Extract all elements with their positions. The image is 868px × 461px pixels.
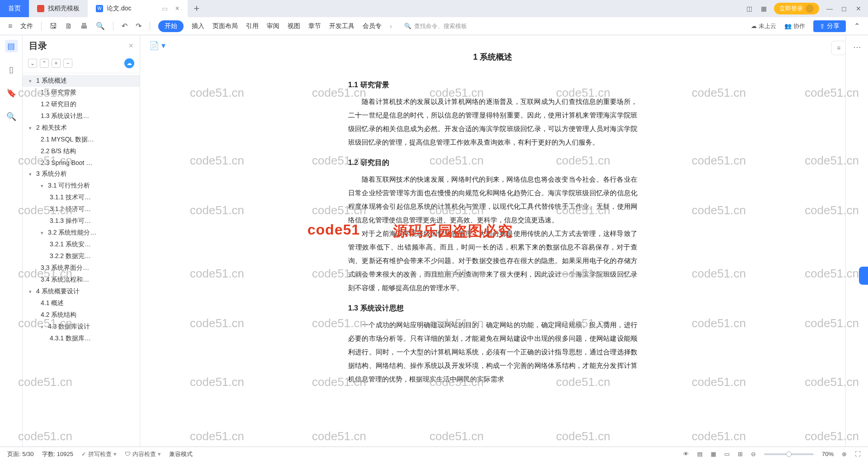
toc-item[interactable]: 3.4 系统流程和… xyxy=(23,274,140,286)
toc-item[interactable]: 3.1.1 技术可… xyxy=(23,192,140,203)
undo-icon[interactable]: ↶ xyxy=(122,22,127,30)
view-mode-5-icon[interactable]: ⊞ xyxy=(738,451,743,457)
doc-p13: 一个成功的网站应明确建设网站的目的，确定网站的功能，确定网站规模、投入费用，进行… xyxy=(348,318,637,386)
ribbon-tab-chapter[interactable]: 章节 xyxy=(308,22,321,30)
view-mode-3-icon[interactable]: ▦ xyxy=(711,451,716,457)
collapse-all-icon[interactable]: ⌄ xyxy=(28,59,37,68)
bookmark-rail-icon[interactable]: ▯ xyxy=(5,63,18,76)
ribbon-tab-view[interactable]: 视图 xyxy=(288,22,300,30)
toc-item[interactable]: ▾4 系统概要设计 xyxy=(23,286,140,297)
ribbon-tab-layout[interactable]: 页面布局 xyxy=(212,22,238,30)
close-icon[interactable]: × xyxy=(175,5,179,13)
ribbon-tab-start[interactable]: 开始 xyxy=(158,20,184,32)
side-pull-tab[interactable] xyxy=(859,267,868,285)
toc-item[interactable]: 1.2 研究目的 xyxy=(23,99,140,110)
toc-item[interactable]: 1.1 研究背景 xyxy=(23,87,140,99)
people-icon: 👥 xyxy=(784,23,792,29)
toc-item[interactable]: 4.2 系统结构 xyxy=(23,309,140,321)
save-icon[interactable]: 🖫 xyxy=(50,22,57,30)
toc-item[interactable]: ▾3.2 系统性能分… xyxy=(23,227,140,239)
zoom-thumb[interactable] xyxy=(786,452,792,457)
tab-home[interactable]: 首页 xyxy=(0,0,29,17)
toc-item[interactable]: ▾4.3 数据库设计 xyxy=(23,321,140,333)
toc-item[interactable]: 4.3.1 数据库… xyxy=(23,333,140,344)
doc-s11: 1.1 研究背景 xyxy=(348,78,637,92)
login-button[interactable]: 立即登录 xyxy=(774,3,819,14)
window-close-icon[interactable]: ✕ xyxy=(854,5,863,13)
toc-item[interactable]: 3.1.3 操作可… xyxy=(23,215,140,227)
apps-icon[interactable]: ▦ xyxy=(760,5,768,13)
view-mode-1-icon[interactable]: 👁 xyxy=(683,451,689,457)
toc-item[interactable]: 2.2 B/S 结构 xyxy=(23,146,140,157)
menu-icon[interactable]: ≡ xyxy=(8,22,12,30)
toc-item[interactable]: ▾3 系统分析 xyxy=(23,168,140,180)
chevron-down-icon: ▾ xyxy=(41,324,45,330)
tab-document[interactable]: W 论文.doc ▭ × xyxy=(88,0,188,17)
document-canvas[interactable]: 📄 ▾ ≡ 1 系统概述 1.1 研究背景 随着计算机技术的发展以及计算机网络的… xyxy=(140,35,845,447)
ribbon-more-icon[interactable]: › xyxy=(390,23,392,30)
search-rail-icon[interactable]: 🔍 xyxy=(5,110,18,123)
toc-item[interactable]: 1.3 系统设计思… xyxy=(23,110,140,122)
zoom-out-icon[interactable]: ⊖ xyxy=(751,451,756,457)
toc-item[interactable]: ▾2 相关技术 xyxy=(23,122,140,134)
coop-button[interactable]: 👥协作 xyxy=(784,22,805,30)
toc-item[interactable]: ▾1 系统概述 xyxy=(23,75,140,87)
toc-label: 4.3 数据库设计 xyxy=(48,323,90,331)
right-rail-icon-1[interactable]: ⋯ xyxy=(851,41,863,53)
maximize-icon[interactable]: ◻ xyxy=(840,5,848,13)
toc-item[interactable]: 4.1 概述 xyxy=(23,297,140,309)
zoom-slider[interactable] xyxy=(764,453,814,455)
status-bar: 页面: 5/30 字数: 10925 ✓拼写检查 ▾ 🛡内容检查 ▾ 兼容模式 … xyxy=(0,447,868,461)
cloud-status[interactable]: ☁未上云 xyxy=(751,22,776,30)
preview-icon[interactable]: 🔍 xyxy=(96,22,105,30)
ribbon-collapse-icon[interactable]: ⌃ xyxy=(854,22,860,30)
outline-badge-icon[interactable]: ☁ xyxy=(124,58,134,68)
zoom-in-icon[interactable]: ⊕ xyxy=(842,451,847,457)
file-menu[interactable]: 文件 xyxy=(20,22,33,30)
toc-item[interactable]: 3.2.1 系统安… xyxy=(23,239,140,250)
toc-item[interactable]: 3.3 系统界面分… xyxy=(23,262,140,274)
doc-s12: 1.2 研究目的 xyxy=(348,155,637,170)
add-level-icon[interactable]: + xyxy=(52,59,61,68)
page-content: 1 系统概述 1.1 研究背景 随着计算机技术的发展以及计算机网络的逐渐普及，互… xyxy=(330,35,656,400)
toc-item[interactable]: 2.3 Spring Boot … xyxy=(23,157,140,168)
word-count[interactable]: 字数: 10925 xyxy=(42,450,73,458)
remove-level-icon[interactable]: − xyxy=(63,59,72,68)
ribbon-rail-icon[interactable]: 🔖 xyxy=(5,87,18,99)
toc-label: 1.2 研究目的 xyxy=(41,100,76,108)
expand-all-icon[interactable]: ⌃ xyxy=(40,59,49,68)
toc-item[interactable]: 2.1 MYSQL 数据… xyxy=(23,134,140,146)
fullscreen-icon[interactable]: ⛶ xyxy=(855,451,861,457)
outline-rail-icon[interactable]: ▤ xyxy=(5,40,18,52)
minimize-icon[interactable]: — xyxy=(826,5,834,13)
ribbon-tab-member[interactable]: 会员专 xyxy=(363,22,382,30)
toc-item[interactable]: ▾3.1 可行性分析 xyxy=(23,180,140,192)
ribbon-tab-insert[interactable]: 插入 xyxy=(192,22,204,30)
toc-label: 2.2 B/S 结构 xyxy=(41,147,76,155)
zoom-value[interactable]: 70% xyxy=(822,451,834,457)
side-panel-toggle[interactable]: ≡ xyxy=(831,41,845,55)
tab-templates[interactable]: 找稻壳模板 xyxy=(29,0,88,17)
outline-panel: 目录 × ⌄ ⌃ + − ☁ ▾1 系统概述1.1 研究背景1.2 研究目的1.… xyxy=(23,35,140,447)
view-mode-2-icon[interactable]: ▤ xyxy=(697,451,703,457)
page-marker-icon[interactable]: 📄 ▾ xyxy=(149,41,165,51)
split-icon[interactable]: ▭ xyxy=(162,5,168,12)
redo-icon[interactable]: ↷ xyxy=(136,22,142,30)
cloud-icon: ☁ xyxy=(751,23,757,29)
toc-item[interactable]: 3.2.2 数据完… xyxy=(23,250,140,262)
command-search[interactable]: 🔍 查找命令、搜索模板 xyxy=(400,20,471,32)
spellcheck-toggle[interactable]: ✓拼写检查 ▾ xyxy=(81,450,117,458)
ribbon-tab-review[interactable]: 审阅 xyxy=(267,22,279,30)
toc-item[interactable]: 3.1.2 经济可… xyxy=(23,203,140,215)
save-as-icon[interactable]: 🗎 xyxy=(65,22,72,30)
layout-icon[interactable]: ◫ xyxy=(745,5,753,13)
new-tab-button[interactable]: + xyxy=(188,3,206,14)
outline-close-icon[interactable]: × xyxy=(128,41,133,51)
ribbon-tab-ref[interactable]: 引用 xyxy=(246,22,259,30)
page-indicator[interactable]: 页面: 5/30 xyxy=(7,450,34,458)
content-check[interactable]: 🛡内容检查 ▾ xyxy=(125,450,161,458)
share-button[interactable]: ⇪分享 xyxy=(813,20,846,32)
print-icon[interactable]: 🖶 xyxy=(80,22,88,30)
ribbon-tab-dev[interactable]: 开发工具 xyxy=(329,22,354,30)
view-mode-4-icon[interactable]: ▭ xyxy=(724,451,730,457)
